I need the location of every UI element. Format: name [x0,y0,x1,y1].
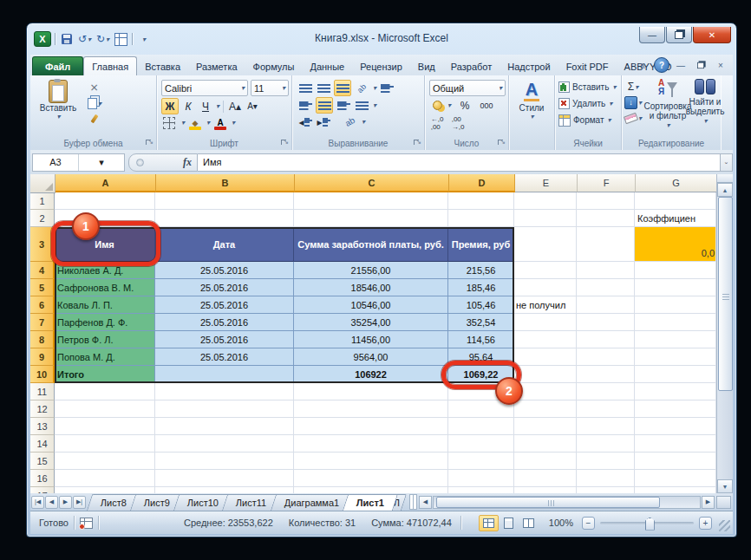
cell-a10[interactable]: Итого [55,366,155,383]
align-bottom-button[interactable] [334,80,351,96]
cell-g11[interactable] [635,383,716,400]
cell-d9[interactable]: 95,64 [448,348,514,366]
scroll-down-icon[interactable]: ▼ [717,479,733,493]
cell-c6[interactable]: 10546,00 [294,296,448,314]
wrap-text-button[interactable] [379,81,395,95]
cell-g2[interactable]: Коэффициен [635,210,716,227]
number-dialog-launcher[interactable]: ↘ [497,139,506,147]
cell-d15[interactable] [448,453,514,470]
cell-f11[interactable] [577,383,635,400]
cell-d8[interactable]: 114,56 [448,331,514,348]
cell-f3[interactable] [577,227,635,262]
row-header-11[interactable]: 11 [30,383,55,400]
tab-view[interactable]: Вид [410,57,443,75]
cell-e4[interactable] [514,262,577,279]
clear-button[interactable]: ▾ [624,110,642,126]
cell-a14[interactable] [55,435,155,453]
insert-cells-button[interactable]: Вставить▾ [558,79,616,95]
thousands-button[interactable]: 000 [479,98,494,113]
prev-sheet-icon[interactable]: ◀ [45,496,58,509]
cell-a12[interactable] [55,400,155,418]
cell-f14[interactable] [577,435,635,453]
decrease-font-button[interactable]: A▾ [245,99,260,114]
name-box-dropdown-icon[interactable]: ▾ [78,154,124,171]
tab-file[interactable]: Файл [32,56,83,75]
cell-c4[interactable]: 21556,00 [294,262,448,279]
cell-a2[interactable] [55,210,155,227]
sheet-tab-list1-active[interactable]: Лист1 [343,494,398,511]
cell-b2[interactable] [155,210,294,227]
row-header-9[interactable]: 9 [30,348,55,366]
restore-button[interactable] [666,27,692,43]
decrease-decimal-button[interactable]: ,00→,0 [450,115,466,130]
row-header-12[interactable]: 12 [30,400,55,418]
next-sheet-icon[interactable]: ▶ [59,496,72,509]
vertical-scrollbar[interactable]: ▲ ▼ [716,174,733,493]
cell-b10[interactable] [155,366,294,383]
cell-e15[interactable] [514,453,577,470]
cell-e12[interactable] [514,400,577,418]
cell-a1[interactable] [55,192,155,210]
cell-b14[interactable] [155,435,294,453]
tab-addins[interactable]: Надстрой [500,57,558,75]
sort-filter-button[interactable]: АЯ Сортировка и фильтр▾ [648,79,688,130]
cell-d17[interactable] [448,487,514,493]
row-header-5[interactable]: 5 [30,279,55,296]
increase-decimal-button[interactable]: ←,0,00 [429,115,445,130]
cell-a8[interactable]: Петров Ф. Л. [55,331,155,348]
cell-d4[interactable]: 215,56 [448,262,514,279]
currency-button[interactable] [429,98,445,113]
cell-b3[interactable]: Дата [155,227,294,262]
row-header-13[interactable]: 13 [30,418,55,435]
cell-c17[interactable] [294,487,448,493]
copy-button[interactable]: ▾ [86,95,103,111]
tab-layout[interactable]: Разметка [188,57,245,75]
zoom-out-button[interactable]: − [582,517,595,530]
percent-button[interactable]: % [457,98,473,113]
paste-button[interactable]: Вставить▾ [37,80,79,120]
cell-g3[interactable]: 0,0 [635,227,716,262]
cell-b9[interactable]: 25.05.2016 [155,348,294,366]
tab-data[interactable]: Данные [302,57,352,75]
cell-c5[interactable]: 18546,00 [294,279,448,296]
cell-a7[interactable]: Парфенов Д. Ф. [55,314,155,331]
cell-g6[interactable] [635,296,716,314]
bold-button[interactable]: Ж [161,98,179,114]
cell-e16[interactable] [514,470,577,487]
workbook-close-icon[interactable]: × [712,57,729,73]
increase-indent-button[interactable]: ▸ [316,114,331,129]
cell-f1[interactable] [577,192,635,210]
column-header-d[interactable]: D [449,174,515,192]
sheet-tab-diagram1[interactable]: Диаграмма1 [270,494,353,511]
autosum-button[interactable]: Σ▾ [624,79,642,94]
workbook-minimize-icon[interactable]: — [672,57,689,73]
cell-f12[interactable] [577,400,635,418]
cell-a4[interactable]: Николаев А. Д. [55,262,155,279]
cell-c14[interactable] [294,435,448,453]
font-dialog-launcher[interactable]: ↘ [280,139,289,147]
vertical-scroll-thumb[interactable] [718,197,733,391]
orientation-button[interactable]: ab [354,81,369,95]
minimize-button[interactable]: — [639,27,665,43]
row-header-4[interactable]: 4 [30,262,55,279]
last-sheet-icon[interactable]: ▶| [73,496,86,509]
scroll-left-icon[interactable]: ◀ [419,496,432,509]
fx-icon[interactable]: fx [183,156,192,169]
zoom-slider[interactable] [600,522,694,524]
formula-input[interactable]: Имя [198,153,721,172]
cell-g5[interactable] [635,279,716,296]
delete-cells-button[interactable]: Удалить▾ [558,95,616,112]
tab-formulas[interactable]: Формулы [245,57,303,75]
help-icon[interactable]: ? [654,57,669,73]
zoom-in-button[interactable]: + [699,517,712,530]
cell-b11[interactable] [155,383,294,400]
find-select-button[interactable]: Найти и выделить▾ [689,79,721,126]
zoom-slider-thumb[interactable] [645,518,655,531]
cell-a13[interactable] [55,418,155,435]
borders-button[interactable] [161,115,177,130]
page-layout-view-button[interactable] [499,515,519,531]
cell-f15[interactable] [577,453,635,470]
cell-g8[interactable] [635,331,716,348]
normal-view-button[interactable] [479,515,499,531]
cell-f6[interactable] [577,296,635,314]
